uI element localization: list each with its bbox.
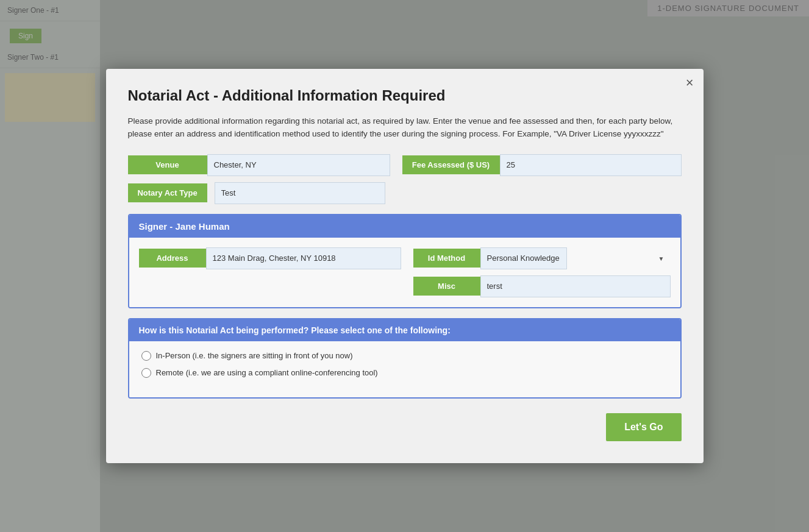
venue-input[interactable] (207, 154, 390, 176)
address-field: Address (139, 247, 401, 269)
remote-radio[interactable] (141, 368, 151, 378)
id-method-select-wrapper: Personal Knowledge Driver License Passpo… (480, 247, 671, 269)
signer-section: Signer - Jane Human Address Id Method (128, 214, 682, 308)
address-label: Address (139, 249, 206, 268)
top-fields-area: Venue Fee Assessed ($ US) Notary Act Typ… (128, 154, 682, 204)
modal-description: Please provide additional information re… (128, 115, 682, 141)
fee-label: Fee Assessed ($ US) (402, 155, 500, 174)
notary-act-type-input[interactable] (215, 182, 385, 204)
modal-footer: Let's Go (128, 413, 682, 441)
signer-fields-row: Address Id Method Personal Knowledge Dri… (139, 247, 671, 297)
signer-right-fields: Id Method Personal Knowledge Driver Lice… (413, 247, 671, 297)
venue-fee-row: Venue Fee Assessed ($ US) (128, 154, 682, 176)
modal-dialog: × Notarial Act - Additional Information … (106, 69, 704, 463)
how-section: How is this Notarial Act being performed… (128, 318, 682, 399)
in-person-label[interactable]: In-Person (i.e. the signers are sitting … (156, 351, 353, 360)
close-button[interactable]: × (686, 76, 694, 90)
signer-header: Signer - Jane Human (129, 215, 680, 238)
venue-field: Venue (128, 154, 390, 176)
modal-title: Notarial Act - Additional Information Re… (128, 87, 682, 104)
venue-label: Venue (128, 155, 207, 174)
fee-input[interactable] (500, 154, 682, 176)
misc-label: Misc (413, 277, 480, 296)
in-person-radio[interactable] (141, 351, 151, 361)
id-method-select[interactable]: Personal Knowledge Driver License Passpo… (480, 247, 567, 269)
id-method-label: Id Method (413, 249, 480, 268)
modal-overlay: × Notarial Act - Additional Information … (0, 0, 809, 532)
in-person-option: In-Person (i.e. the signers are sitting … (141, 351, 668, 361)
id-method-field: Id Method Personal Knowledge Driver Lice… (413, 247, 671, 269)
fee-field: Fee Assessed ($ US) (402, 154, 682, 176)
remote-option: Remote (i.e. we are using a compliant on… (141, 368, 668, 378)
signer-body: Address Id Method Personal Knowledge Dri… (129, 238, 680, 307)
how-body: In-Person (i.e. the signers are sitting … (129, 341, 680, 397)
how-header: How is this Notarial Act being performed… (129, 319, 680, 341)
lets-go-button[interactable]: Let's Go (606, 413, 681, 441)
notary-act-type-row: Notary Act Type (128, 182, 682, 204)
misc-input[interactable] (480, 275, 671, 297)
notary-act-type-label: Notary Act Type (128, 183, 207, 202)
address-input[interactable] (206, 247, 401, 269)
misc-field: Misc (413, 275, 671, 297)
remote-label[interactable]: Remote (i.e. we are using a compliant on… (156, 368, 378, 377)
